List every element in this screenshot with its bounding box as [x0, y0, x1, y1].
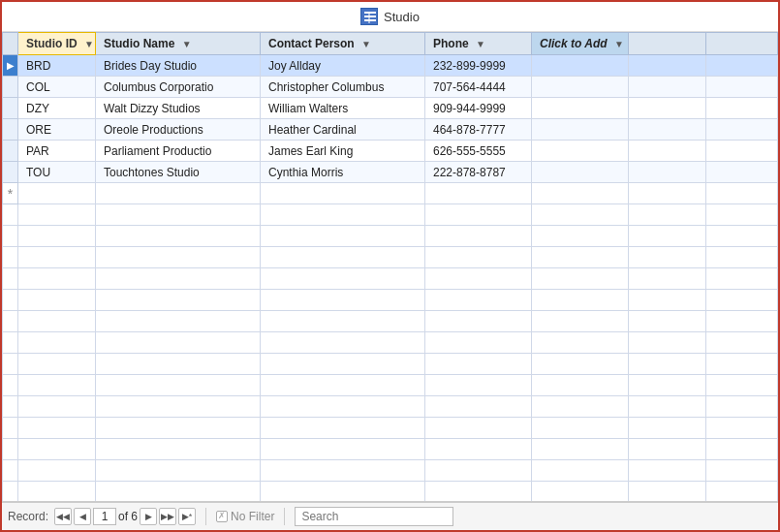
empty-row	[3, 439, 778, 460]
cell-phone[interactable]: 909-944-9999	[425, 98, 532, 119]
empty-cell	[425, 247, 532, 268]
cell-studio_name[interactable]: Oreole Productions	[96, 119, 261, 141]
th-contact-person-label: Contact Person	[268, 37, 355, 50]
empty-cell	[629, 439, 706, 460]
search-input[interactable]	[295, 507, 453, 526]
new-row-cell[interactable]	[261, 183, 425, 204]
empty-cell	[18, 290, 96, 311]
empty-cell	[425, 482, 532, 503]
empty-cell	[425, 204, 532, 226]
new-row-cell[interactable]	[532, 183, 629, 204]
table-body: ▶BRDBrides Day StudioJoy Allday232-899-9…	[3, 55, 778, 503]
nav-next-button[interactable]: ▶	[140, 508, 157, 525]
th-studio-name[interactable]: Studio Name ▼	[96, 33, 261, 55]
th-contact-person[interactable]: Contact Person ▼	[261, 33, 425, 55]
table-row[interactable]: OREOreole ProductionsHeather Cardinal464…	[3, 119, 778, 141]
nav-last-button[interactable]: ▶▶	[159, 508, 176, 525]
empty-cell	[3, 354, 18, 375]
empty-cell	[425, 460, 532, 482]
cell-contact_person[interactable]: Joy Allday	[261, 55, 425, 77]
cell-studio_name[interactable]: Touchtones Studio	[96, 162, 261, 183]
empty-cell	[706, 354, 778, 375]
th-studio-id-label: Studio ID	[26, 37, 78, 50]
cell-click-to-add[interactable]	[532, 77, 629, 98]
empty-row	[3, 311, 778, 332]
cell-click-to-add[interactable]	[532, 55, 629, 77]
cell-studio_id[interactable]: ORE	[18, 119, 96, 141]
table-row[interactable]: ▶BRDBrides Day StudioJoy Allday232-899-9…	[3, 55, 778, 77]
sort-arrow-studio-name[interactable]: ▼	[182, 39, 192, 49]
cell-contact_person[interactable]: Christopher Columbus	[261, 77, 425, 98]
empty-cell	[532, 332, 629, 354]
empty-cell	[706, 247, 778, 268]
empty-cell	[3, 247, 18, 268]
sort-arrow-contact[interactable]: ▼	[361, 39, 371, 49]
empty-cell	[261, 439, 425, 460]
cell-extra	[629, 55, 706, 77]
cell-extra	[706, 119, 778, 141]
cell-studio_name[interactable]: Columbus Corporatio	[96, 77, 261, 98]
cell-click-to-add[interactable]	[532, 162, 629, 183]
cell-studio_name[interactable]: Walt Dizzy Studios	[96, 98, 261, 119]
nav-new-button[interactable]: ▶*	[178, 508, 196, 525]
cell-studio_id[interactable]: DZY	[18, 98, 96, 119]
filter-status[interactable]: No Filter	[216, 510, 274, 523]
empty-cell	[3, 482, 18, 503]
empty-row	[3, 332, 778, 354]
empty-cell	[629, 375, 706, 396]
cell-studio_name[interactable]: Parliament Productio	[96, 141, 261, 162]
cell-contact_person[interactable]: James Earl King	[261, 141, 425, 162]
new-record-row[interactable]: *	[3, 183, 778, 204]
cell-phone[interactable]: 222-878-8787	[425, 162, 532, 183]
cell-extra	[629, 162, 706, 183]
empty-cell	[18, 439, 96, 460]
row-indicator	[3, 77, 18, 98]
empty-cell	[532, 418, 629, 439]
sort-arrow-studio-id[interactable]: ▼	[84, 39, 94, 49]
cell-click-to-add[interactable]	[532, 119, 629, 141]
cell-contact_person[interactable]: Cynthia Morris	[261, 162, 425, 183]
nav-first-button[interactable]: ◀◀	[54, 508, 72, 525]
cell-phone[interactable]: 626-555-5555	[425, 141, 532, 162]
current-record-number[interactable]: 1	[93, 508, 116, 525]
data-grid[interactable]: Studio ID ▼ Studio Name ▼ Contact Person…	[2, 32, 778, 502]
empty-cell	[18, 482, 96, 503]
empty-cell	[706, 311, 778, 332]
empty-cell	[261, 332, 425, 354]
empty-cell	[532, 247, 629, 268]
cell-click-to-add[interactable]	[532, 141, 629, 162]
new-row-cell[interactable]	[18, 183, 96, 204]
new-row-cell[interactable]	[706, 183, 778, 204]
sort-arrow-phone[interactable]: ▼	[476, 39, 485, 49]
cell-phone[interactable]: 232-899-9999	[425, 55, 532, 77]
empty-cell	[532, 354, 629, 375]
th-studio-id[interactable]: Studio ID ▼	[18, 33, 96, 55]
table-row[interactable]: DZYWalt Dizzy StudiosWilliam Walters909-…	[3, 98, 778, 119]
th-click-to-add-label: Click to Add	[540, 37, 608, 50]
cell-phone[interactable]: 464-878-7777	[425, 119, 532, 141]
th-click-to-add[interactable]: Click to Add ▼	[532, 33, 629, 55]
cell-contact_person[interactable]: William Walters	[261, 98, 425, 119]
new-row-cell[interactable]	[96, 183, 261, 204]
new-row-cell[interactable]	[629, 183, 706, 204]
cell-studio_id[interactable]: TOU	[18, 162, 96, 183]
cell-studio_id[interactable]: BRD	[18, 55, 96, 77]
table-row[interactable]: PARParliament ProductioJames Earl King62…	[3, 141, 778, 162]
empty-cell	[706, 290, 778, 311]
new-row-cell[interactable]	[425, 183, 532, 204]
nav-prev-button[interactable]: ◀	[74, 508, 91, 525]
empty-row	[3, 375, 778, 396]
sort-arrow-click-to-add[interactable]: ▼	[614, 39, 624, 49]
table-row[interactable]: COLColumbus CorporatioChristopher Columb…	[3, 77, 778, 98]
empty-row	[3, 354, 778, 375]
cell-studio_id[interactable]: COL	[18, 77, 96, 98]
cell-studio_name[interactable]: Brides Day Studio	[96, 55, 261, 77]
cell-click-to-add[interactable]	[532, 98, 629, 119]
th-studio-name-label: Studio Name	[104, 37, 174, 50]
cell-studio_id[interactable]: PAR	[18, 141, 96, 162]
table-row[interactable]: TOUTouchtones StudioCynthia Morris222-87…	[3, 162, 778, 183]
th-phone[interactable]: Phone ▼	[425, 33, 532, 55]
empty-cell	[96, 418, 261, 439]
cell-contact_person[interactable]: Heather Cardinal	[261, 119, 425, 141]
cell-phone[interactable]: 707-564-4444	[425, 77, 532, 98]
